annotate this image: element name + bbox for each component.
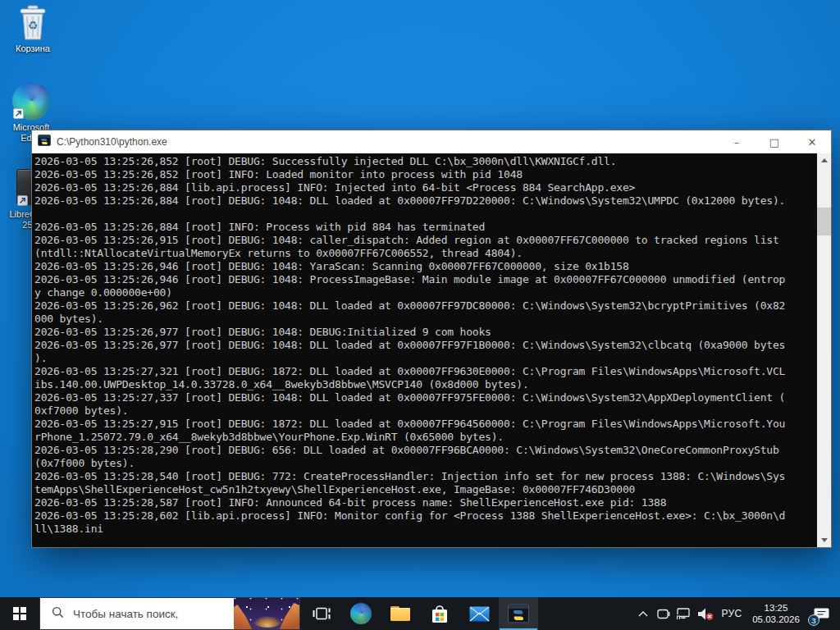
- console-row: (0x7f000 bytes).: [34, 457, 815, 470]
- python-window-icon[interactable]: [38, 134, 51, 150]
- chevron-up-icon: [638, 611, 648, 617]
- screen: { "desktop": { "icons": [ { "id": "recyc…: [0, 0, 840, 630]
- volume-muted-icon: [697, 607, 714, 621]
- svg-text:♻: ♻: [28, 19, 39, 32]
- taskbar-clock[interactable]: 13:25 05.03.2026: [746, 597, 806, 630]
- store-icon: [430, 603, 450, 624]
- shortcut-arrow-icon: [17, 195, 28, 206]
- mail-button[interactable]: [459, 597, 499, 630]
- console-row: 2026-03-05 13:25:28,602 [lib.api.process…: [34, 509, 815, 523]
- system-tray: РУС 13:25 05.03.2026 3: [633, 597, 840, 630]
- console-row: (ntdll::NtAllocateVirtualMemoryEx return…: [34, 247, 815, 260]
- mail-icon: [469, 606, 490, 622]
- console-row: 2026-03-05 13:25:26,884 [root] DEBUG: 10…: [34, 194, 815, 208]
- taskbar-apps: [302, 597, 538, 630]
- edge-icon: [350, 603, 372, 624]
- edge-logo-icon: [12, 82, 50, 120]
- console-row: 2026-03-05 13:25:26,884 [lib.api.process…: [34, 181, 815, 194]
- console-row: 2026-03-05 13:25:28,290 [root] DEBUG: 65…: [34, 444, 815, 457]
- console-row: 2026-03-05 13:25:26,852 [root] DEBUG: Su…: [34, 155, 815, 168]
- console-row: ibs.140.00.UWPDesktop_14.0.33728.0_x64__…: [34, 378, 815, 391]
- scrollbar[interactable]: [817, 153, 831, 547]
- clock-date: 05.03.2026: [752, 614, 800, 625]
- scrollbar-thumb[interactable]: [817, 208, 831, 235]
- console-row: 2026-03-05 13:25:26,977 [root] DEBUG: 10…: [34, 339, 815, 352]
- console-row: 2026-03-05 13:25:28,587 [root] INFO: Ann…: [34, 496, 815, 509]
- console-row: 2026-03-05 13:25:26,915 [root] DEBUG: 10…: [34, 234, 815, 247]
- console-row: 2026-03-05 13:25:26,962 [root] DEBUG: 10…: [34, 299, 815, 313]
- console-window: C:\Python310\python.exe – □ ✕ 2026-03-05…: [31, 130, 832, 548]
- console-row: 2026-03-05 13:25:26,884 [root] INFO: Pro…: [34, 221, 815, 234]
- tray-chevron-button[interactable]: [633, 597, 653, 630]
- window-title: C:\Python310\python.exe: [57, 136, 718, 148]
- task-view-button[interactable]: [302, 597, 341, 630]
- console-row: 2026-03-05 13:25:26,946 [root] DEBUG: 10…: [34, 273, 815, 286]
- console-row: 2026-03-05 13:25:26,852 [root] INFO: Loa…: [34, 168, 815, 181]
- network-icon: [676, 607, 691, 620]
- console-row: 2026-03-05 13:25:27,915 [root] DEBUG: 18…: [34, 418, 815, 431]
- console-row: ll\1388.ini: [34, 523, 815, 536]
- file-explorer-button[interactable]: [381, 597, 420, 630]
- task-view-icon: [312, 605, 331, 622]
- taskbar: Чтобы начать поиск,: [0, 597, 840, 630]
- taskbar-search-input[interactable]: Чтобы начать поиск,: [39, 597, 300, 630]
- notification-center-button[interactable]: 3: [806, 597, 837, 630]
- recycle-bin-icon: ♻: [16, 5, 50, 41]
- edge-taskbar-button[interactable]: [341, 597, 381, 630]
- tray-network-button[interactable]: [673, 597, 694, 630]
- scrollbar-up-button[interactable]: [817, 153, 831, 167]
- close-button[interactable]: ✕: [793, 130, 831, 153]
- console-row: 2026-03-05 13:25:28,540 [root] DEBUG: 77…: [34, 470, 815, 483]
- console-output: 2026-03-05 13:25:26,852 [root] DEBUG: Su…: [34, 155, 815, 547]
- minimize-button[interactable]: –: [718, 130, 756, 153]
- console-row: 2026-03-05 13:25:26,946 [root] DEBUG: 10…: [34, 260, 815, 273]
- console-row: y change 0.000000e+00): [34, 286, 815, 299]
- python-console-taskbar-button[interactable]: [499, 597, 538, 630]
- file-explorer-icon: [390, 606, 410, 622]
- store-button[interactable]: [420, 597, 459, 630]
- console-row: temApps\ShellExperienceHost_cw5n1h2txyew…: [34, 483, 815, 496]
- console-row: 000 bytes).: [34, 313, 815, 326]
- triangle-up-icon: [821, 158, 828, 162]
- maximize-button[interactable]: □: [756, 130, 793, 153]
- console-row: [34, 208, 815, 221]
- desktop-icon-recycle-bin[interactable]: ♻ Корзина: [8, 5, 57, 54]
- search-placeholder: Чтобы начать поиск,: [73, 608, 234, 620]
- scrollbar-down-button[interactable]: [817, 533, 831, 547]
- tray-volume-button[interactable]: [694, 597, 717, 630]
- search-highlights-widget[interactable]: [234, 598, 299, 629]
- desktop-icon-label: Корзина: [8, 43, 57, 54]
- window-titlebar[interactable]: C:\Python310\python.exe – □ ✕: [32, 130, 831, 153]
- notification-badge: 3: [808, 614, 819, 626]
- console-row: ).: [34, 352, 815, 365]
- search-icon: [52, 606, 64, 622]
- windows-logo-icon: [13, 607, 26, 620]
- triangle-down-icon: [821, 538, 828, 542]
- clock-time: 13:25: [765, 602, 788, 614]
- console-row: rPhone_1.25072.79.0_x64__8wekyb3d8bbwe\Y…: [34, 431, 815, 444]
- console-row: 2026-03-05 13:25:27,337 [root] DEBUG: 10…: [34, 391, 815, 404]
- language-indicator[interactable]: РУС: [717, 597, 746, 630]
- console-row: 2026-03-05 13:25:26,977 [root] DEBUG: 10…: [34, 326, 815, 339]
- console-row: 0xf7000 bytes).: [34, 404, 815, 418]
- python-console-icon: [508, 603, 529, 624]
- village-decoration: [253, 616, 281, 628]
- shortcut-arrow-icon: [13, 108, 24, 119]
- start-button[interactable]: [0, 597, 39, 630]
- tablet-icon: [656, 607, 670, 621]
- tray-device-button[interactable]: [653, 597, 673, 630]
- console-viewport[interactable]: 2026-03-05 13:25:26,852 [root] DEBUG: Su…: [32, 153, 831, 547]
- console-row: 2026-03-05 13:25:27,321 [root] DEBUG: 18…: [34, 365, 815, 378]
